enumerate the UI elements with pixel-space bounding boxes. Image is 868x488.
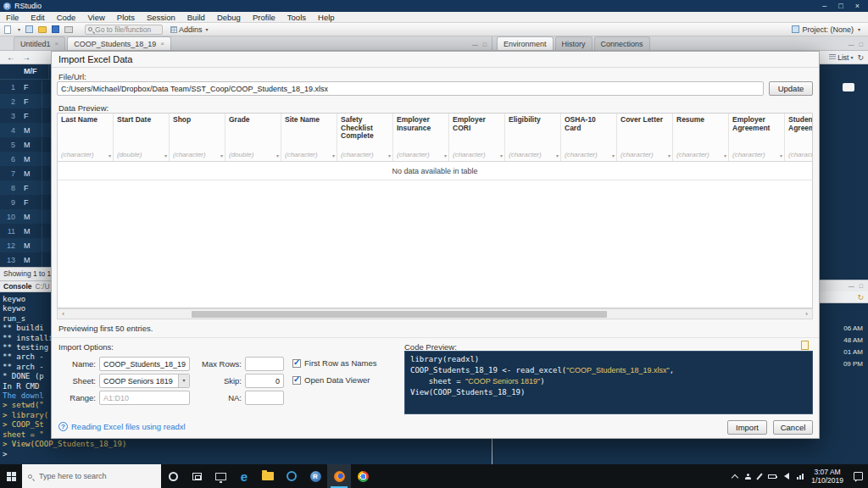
menu-profile[interactable]: Profile: [247, 12, 281, 23]
scrollbar-track[interactable]: [69, 309, 801, 319]
column-menu-icon[interactable]: ▾: [668, 152, 670, 158]
taskbar-app-monitor[interactable]: [209, 464, 232, 488]
menu-file[interactable]: File: [0, 12, 25, 23]
scroll-left-icon[interactable]: ‹: [58, 309, 69, 319]
name-input[interactable]: [99, 357, 190, 371]
menu-code[interactable]: Code: [51, 12, 82, 23]
column-menu-icon[interactable]: ▾: [108, 152, 111, 158]
tab-history[interactable]: History: [555, 36, 593, 50]
close-tab-icon[interactable]: ×: [160, 40, 164, 47]
taskbar-app-file-explorer[interactable]: [256, 464, 280, 488]
taskbar-app-edge[interactable]: e: [232, 464, 256, 488]
tab-untitled1[interactable]: Untitled1×: [14, 36, 65, 50]
tab-environment[interactable]: Environment: [497, 36, 554, 50]
open-data-viewer-label: Open Data Viewer: [304, 375, 370, 385]
column-menu-icon[interactable]: ▾: [724, 152, 726, 158]
column-menu-icon[interactable]: ▾: [164, 152, 167, 158]
file-url-input[interactable]: [57, 81, 764, 96]
menu-build[interactable]: Build: [181, 12, 211, 23]
open-data-viewer-checkbox[interactable]: ✓ Open Data Viewer: [292, 375, 370, 385]
menu-edit[interactable]: Edit: [25, 12, 50, 23]
new-project-icon[interactable]: [25, 25, 33, 33]
action-center-icon[interactable]: [854, 472, 863, 480]
column-menu-icon[interactable]: ▾: [332, 152, 335, 158]
column-menu-icon[interactable]: ▾: [780, 152, 782, 158]
taskbar-app-rstudio[interactable]: R: [303, 464, 327, 488]
back-icon[interactable]: ←: [7, 53, 15, 62]
sheet-selected-value: COOP Seniors 1819: [100, 377, 178, 385]
na-input[interactable]: [245, 391, 284, 405]
close-button[interactable]: ×: [855, 0, 860, 12]
minimize-button[interactable]: –: [822, 0, 826, 12]
volume-icon[interactable]: [784, 473, 789, 480]
code-preview-box[interactable]: library(readxl)COOP_Students_18_19 <- re…: [404, 351, 813, 414]
tab-connections[interactable]: Connections: [594, 36, 650, 50]
data-preview-label: Data Preview:: [58, 103, 108, 113]
open-file-icon[interactable]: [38, 26, 47, 33]
taskbar-clock[interactable]: 3:07 AM 1/10/2019: [811, 468, 843, 485]
column-menu-icon[interactable]: ▾: [444, 152, 447, 158]
column-menu-icon[interactable]: ▾: [388, 152, 391, 158]
goto-file-search[interactable]: [85, 25, 163, 35]
tab-coop_students_18_19[interactable]: COOP_Students_18_19×: [67, 36, 171, 50]
taskbar-app-ie[interactable]: [280, 464, 303, 488]
source-pane-max-icon[interactable]: □: [483, 42, 487, 47]
people-icon[interactable]: [745, 474, 751, 480]
network-icon[interactable]: [797, 474, 804, 480]
readxl-help-link[interactable]: Reading Excel files using readxl: [71, 422, 186, 431]
column-menu-icon[interactable]: ▾: [500, 152, 503, 158]
cancel-button[interactable]: Cancel: [773, 420, 813, 435]
new-file-icon[interactable]: [4, 25, 11, 34]
close-tab-icon[interactable]: ×: [55, 40, 59, 47]
column-menu-icon[interactable]: ▾: [276, 152, 279, 158]
menu-tools[interactable]: Tools: [281, 12, 312, 23]
menu-help[interactable]: Help: [312, 12, 341, 23]
taskbar-app-firefox[interactable]: [327, 464, 351, 488]
chevron-up-icon[interactable]: [732, 474, 738, 480]
skip-input[interactable]: [245, 374, 284, 388]
task-view-icon[interactable]: [192, 473, 202, 480]
console-tab[interactable]: Console: [3, 282, 32, 291]
menu-session[interactable]: Session: [141, 12, 181, 23]
import-button[interactable]: Import: [727, 420, 767, 435]
taskbar-app-chrome[interactable]: [351, 464, 375, 488]
first-row-names-checkbox[interactable]: ✓ First Row as Names: [292, 358, 377, 368]
max-rows-input[interactable]: [245, 357, 284, 371]
column-type: (character): [453, 151, 501, 158]
range-input[interactable]: [99, 391, 190, 405]
env-refresh-icon[interactable]: ↻: [857, 53, 864, 62]
menu-debug[interactable]: Debug: [211, 12, 247, 23]
menu-view[interactable]: View: [81, 12, 110, 23]
print-icon[interactable]: [64, 26, 73, 33]
help-link-row[interactable]: ? Reading Excel files using readxl: [58, 422, 186, 431]
save-icon[interactable]: [52, 25, 59, 33]
sheet-select[interactable]: COOP Seniors 1819 ▾: [99, 374, 190, 388]
goto-file-input[interactable]: [95, 25, 158, 34]
maximize-button[interactable]: □: [838, 0, 843, 12]
env-pane-max-icon[interactable]: □: [860, 42, 863, 47]
column-menu-icon[interactable]: ▾: [220, 152, 223, 158]
new-file-caret-icon[interactable]: ▾: [18, 26, 20, 32]
column-menu-icon[interactable]: ▾: [556, 152, 559, 158]
files-pane-min-icon[interactable]: —: [849, 283, 854, 289]
forward-icon[interactable]: →: [22, 53, 31, 62]
battery-icon[interactable]: [768, 474, 776, 479]
files-pane-max-icon[interactable]: □: [860, 283, 863, 289]
taskbar-search-box[interactable]: Type here to search: [22, 464, 161, 488]
pen-icon[interactable]: [757, 473, 763, 480]
update-button[interactable]: Update: [769, 81, 813, 96]
files-refresh-icon[interactable]: ↻: [857, 293, 864, 302]
column-menu-icon[interactable]: ▾: [612, 152, 615, 158]
project-selector[interactable]: Project: (None) ▾: [792, 25, 864, 34]
copy-code-icon[interactable]: [801, 341, 809, 350]
env-pane-min-icon[interactable]: —: [849, 42, 854, 47]
scroll-right-icon[interactable]: ›: [801, 309, 812, 319]
cortana-icon[interactable]: [169, 472, 178, 481]
source-pane-min-icon[interactable]: —: [472, 42, 478, 47]
addins-dropdown[interactable]: Addins ▾: [168, 25, 211, 34]
grid-column-mf[interactable]: M/F: [19, 64, 49, 79]
start-button[interactable]: [0, 472, 22, 481]
scrollbar-thumb[interactable]: [192, 311, 607, 318]
menu-plots[interactable]: Plots: [111, 12, 141, 23]
env-list-dropdown[interactable]: List ▾: [829, 53, 853, 62]
